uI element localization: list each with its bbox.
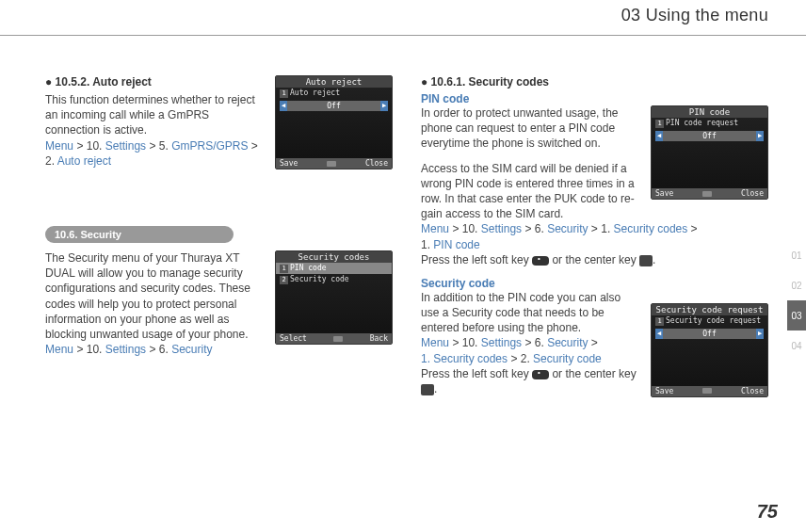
- tab-01[interactable]: 01: [787, 240, 806, 270]
- softkey-close: Close: [365, 159, 388, 168]
- section-bar-security: 10.6. Security: [45, 226, 234, 243]
- center-key-icon: [327, 161, 336, 167]
- heading-security-codes: ● 10.6.1. Security codes: [421, 75, 768, 89]
- page-header: 03 Using the menu: [0, 0, 806, 36]
- content-columns: ● 10.5.2. Auto reject This function dete…: [45, 75, 768, 397]
- softkey-close: Close: [741, 387, 764, 395]
- para-pin-2: Access to the SIM card will be denied if…: [421, 161, 641, 222]
- heading-pin-code: PIN code: [421, 92, 641, 105]
- crumb-auto-reject: Auto reject: [57, 154, 111, 168]
- softkey-back: Back: [370, 334, 388, 343]
- breadcrumb-security: Menu > 10. Settings > 6. Security: [45, 342, 266, 357]
- phone-title: Security code request: [652, 304, 767, 315]
- soft-key-icon: [532, 370, 549, 379]
- tab-02[interactable]: 02: [787, 270, 806, 300]
- softkey-select: Select: [280, 334, 307, 343]
- center-key-icon: [702, 388, 712, 394]
- para-security-code: In addition to the PIN code you can also…: [421, 290, 641, 336]
- center-key-icon: [333, 336, 343, 342]
- tab-03[interactable]: 03: [787, 300, 806, 330]
- center-key-icon: [421, 384, 434, 395]
- softkey-save: Save: [655, 387, 673, 395]
- para-pin-1: In order to protect unwanted usage, the …: [421, 105, 641, 152]
- soft-key-icon: [532, 256, 549, 266]
- center-key-icon: [639, 255, 653, 266]
- center-key-icon: [702, 191, 712, 197]
- phone-screenshot-auto-reject: Auto reject 1Auto reject ◀Off▶ Save Clos…: [275, 75, 393, 169]
- phone-screenshot-pin-code: PIN code 1PIN code request ◀Off▶ Save Cl…: [651, 105, 768, 200]
- phone-screenshot-security-code-request: Security code request 1Security code req…: [651, 303, 768, 397]
- crumb-settings: Settings: [105, 139, 146, 153]
- softkey-close: Close: [741, 189, 764, 198]
- chapter-title: 03 Using the menu: [621, 6, 768, 25]
- softkey-save: Save: [655, 189, 673, 198]
- crumb-gmprs: GmPRS/GPRS: [171, 139, 248, 153]
- press-line-pin: Press the left soft key or the center ke…: [421, 252, 768, 267]
- heading-auto-reject: ● 10.5.2. Auto reject: [45, 75, 266, 89]
- para-security: The Security menu of your Thuraya XT DUA…: [45, 250, 266, 342]
- phone-screenshot-security-codes: Security codes 1PIN code 2Security code …: [275, 250, 393, 345]
- softkey-save: Save: [280, 159, 298, 168]
- crumb-menu: Menu: [45, 139, 73, 153]
- page-number: 75: [757, 501, 778, 523]
- breadcrumb-auto-reject: Menu > 10. Settings > 5. GmPRS/GPRS > 2.…: [45, 138, 266, 169]
- para-auto-reject: This function determines whether to reje…: [45, 92, 266, 138]
- tab-04[interactable]: 04: [787, 330, 806, 361]
- breadcrumb-security-code: Menu > 10. Settings > 6. Security > 1. S…: [421, 335, 641, 365]
- left-column: ● 10.5.2. Auto reject This function dete…: [45, 75, 393, 397]
- breadcrumb-pin: Menu > 10. Settings > 6. Security > 1. S…: [421, 221, 768, 251]
- phone-title: Security codes: [276, 251, 392, 263]
- chapter-tabs: 01 02 03 04: [787, 240, 806, 361]
- phone-title: PIN code: [652, 106, 767, 118]
- heading-security-code: Security code: [421, 277, 641, 290]
- phone-title: Auto reject: [276, 76, 392, 88]
- press-line-security: Press the left soft key or the center ke…: [421, 366, 641, 396]
- right-column: ● 10.6.1. Security codes PIN code In ord…: [421, 75, 768, 397]
